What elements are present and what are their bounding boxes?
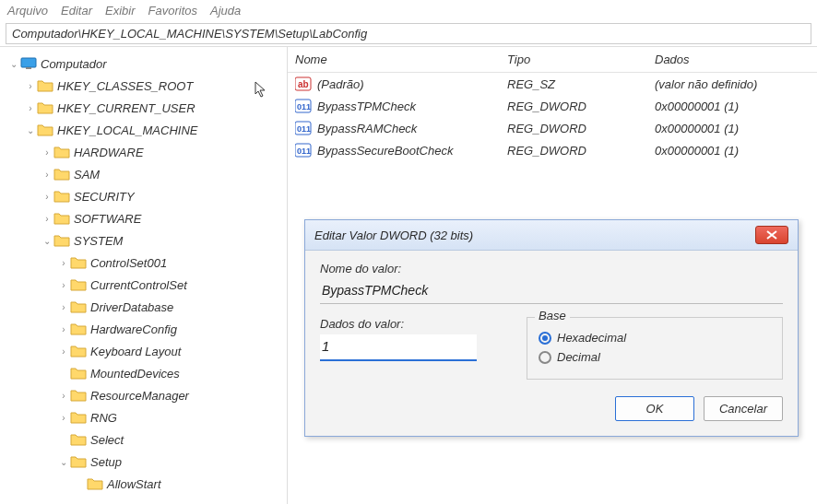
tree-item[interactable]: ›RNG xyxy=(4,406,287,428)
tree-item-label: Select xyxy=(90,433,124,447)
tree-item[interactable]: ›CurrentControlSet xyxy=(4,274,287,296)
base-fieldset: Base Hexadecimal Decimal xyxy=(527,317,783,380)
value-data-label: Dados do valor: xyxy=(320,317,504,331)
folder-icon xyxy=(53,212,70,225)
ok-button[interactable]: OK xyxy=(615,396,694,421)
value-row[interactable]: 011BypassSecureBootCheckREG_DWORD0x00000… xyxy=(288,139,817,161)
tree-item[interactable]: AllowStart xyxy=(4,473,287,495)
value-row[interactable]: ab(Padrão)REG_SZ(valor não definido) xyxy=(288,73,817,95)
close-button[interactable] xyxy=(755,226,788,244)
chevron-right-icon[interactable]: › xyxy=(41,170,53,180)
radio-hexadecimal[interactable]: Hexadecimal xyxy=(539,331,771,345)
tree-item[interactable]: ›HARDWARE xyxy=(4,141,287,163)
tree-item[interactable]: ›SOFTWARE xyxy=(4,207,287,229)
tree-item[interactable]: ›HKEY_CURRENT_USER xyxy=(4,97,287,119)
chevron-right-icon[interactable]: › xyxy=(57,346,70,357)
radio-dec-label: Decimal xyxy=(557,350,600,364)
tree-item-label: HARDWARE xyxy=(74,146,144,159)
chevron-right-icon[interactable]: › xyxy=(24,103,37,113)
chevron-right-icon[interactable]: › xyxy=(41,147,53,158)
folder-icon xyxy=(70,278,87,291)
chevron-down-icon[interactable]: ⌄ xyxy=(41,236,53,246)
value-rows: ab(Padrão)REG_SZ(valor não definido)011B… xyxy=(288,73,817,161)
tree-item-label: Setup xyxy=(90,455,122,469)
dword-value-icon: 011 xyxy=(295,121,312,135)
chevron-right-icon[interactable]: › xyxy=(41,192,53,202)
folder-icon xyxy=(70,256,87,269)
tree-item-label: HKEY_CLASSES_ROOT xyxy=(57,79,193,93)
chevron-right-icon[interactable]: › xyxy=(57,302,70,312)
tree-item[interactable]: ›HardwareConfig xyxy=(4,318,287,340)
menu-editar[interactable]: Editar xyxy=(61,4,92,18)
chevron-down-icon[interactable]: ⌄ xyxy=(7,59,20,69)
column-headers: Nome Tipo Dados xyxy=(288,47,817,73)
svg-text:ab: ab xyxy=(298,79,309,89)
value-type: REG_DWORD xyxy=(507,122,655,135)
folder-icon xyxy=(70,389,87,402)
tree-item[interactable]: ⌄Setup xyxy=(4,451,287,473)
registry-tree[interactable]: ⌄Computador›HKEY_CLASSES_ROOT›HKEY_CURRE… xyxy=(0,47,288,504)
string-value-icon: ab xyxy=(295,76,312,91)
chevron-right-icon[interactable]: › xyxy=(57,280,70,290)
tree-item[interactable]: ›HKEY_CLASSES_ROOT xyxy=(4,75,287,97)
tree-item-label: ResourceManager xyxy=(90,389,189,403)
value-row[interactable]: 011BypassRAMCheckREG_DWORD0x00000001 (1) xyxy=(288,117,817,139)
tree-item[interactable]: MountedDevices xyxy=(4,362,287,384)
chevron-right-icon[interactable]: › xyxy=(57,258,70,268)
col-name[interactable]: Nome xyxy=(295,53,507,66)
col-type[interactable]: Tipo xyxy=(507,53,655,66)
folder-icon xyxy=(53,168,70,181)
value-data-field[interactable] xyxy=(320,334,477,361)
tree-item[interactable]: ⌄SYSTEM xyxy=(4,229,287,252)
chevron-right-icon[interactable]: › xyxy=(57,413,70,423)
tree-item-label: Computador xyxy=(41,57,107,71)
tree-item[interactable]: ›DriverDatabase xyxy=(4,296,287,318)
tree-item[interactable]: ⌄Computador xyxy=(4,53,287,75)
chevron-down-icon[interactable]: ⌄ xyxy=(57,457,70,467)
tree-item-label: SYSTEM xyxy=(74,234,123,248)
svg-rect-0 xyxy=(21,58,36,67)
folder-icon xyxy=(87,477,103,490)
tree-item-label: SOFTWARE xyxy=(74,212,141,226)
value-name: BypassRAMCheck xyxy=(317,122,417,135)
svg-text:011: 011 xyxy=(297,124,311,134)
value-row[interactable]: 011BypassTPMCheckREG_DWORD0x00000001 (1) xyxy=(288,95,817,117)
tree-item-label: SAM xyxy=(74,168,100,182)
tree-item-label: Keyboard Layout xyxy=(90,345,181,358)
tree-item[interactable]: ›SAM xyxy=(4,163,287,185)
tree-item[interactable]: ›ResourceManager xyxy=(4,384,287,406)
menu-arquivo[interactable]: Arquivo xyxy=(7,4,48,18)
dialog-title-text: Editar Valor DWORD (32 bits) xyxy=(314,229,473,242)
menu-favoritos[interactable]: Favoritos xyxy=(148,4,197,18)
radio-hex-label: Hexadecimal xyxy=(557,331,626,345)
tree-item[interactable]: ›ControlSet001 xyxy=(4,252,287,274)
value-data: 0x00000001 (1) xyxy=(655,144,810,158)
value-type: REG_DWORD xyxy=(507,144,655,158)
computer-icon xyxy=(20,57,37,70)
tree-item[interactable]: ⌄HKEY_LOCAL_MACHINE xyxy=(4,119,287,141)
svg-rect-1 xyxy=(26,67,31,69)
menu-exibir[interactable]: Exibir xyxy=(105,4,136,18)
chevron-right-icon[interactable]: › xyxy=(24,81,37,91)
radio-decimal[interactable]: Decimal xyxy=(539,350,771,364)
value-name: BypassTPMCheck xyxy=(317,100,416,113)
tree-item-label: HardwareConfig xyxy=(90,322,177,336)
spacer xyxy=(57,369,70,379)
value-name: (Padrão) xyxy=(317,77,364,91)
dialog-titlebar[interactable]: Editar Valor DWORD (32 bits) xyxy=(305,220,798,251)
chevron-right-icon[interactable]: › xyxy=(41,214,53,224)
chevron-right-icon[interactable]: › xyxy=(57,324,70,334)
menubar: Arquivo Editar Exibir Favoritos Ajuda xyxy=(0,0,817,21)
tree-item[interactable]: ›Keyboard Layout xyxy=(4,340,287,362)
menu-ajuda[interactable]: Ajuda xyxy=(210,4,241,18)
cancel-button[interactable]: Cancelar xyxy=(704,396,783,421)
address-bar[interactable]: Computador\HKEY_LOCAL_MACHINE\SYSTEM\Set… xyxy=(6,23,811,44)
dword-value-icon: 011 xyxy=(295,99,312,113)
col-data[interactable]: Dados xyxy=(655,53,810,66)
tree-item-label: CurrentControlSet xyxy=(90,278,187,292)
chevron-right-icon[interactable]: › xyxy=(57,391,70,401)
tree-item[interactable]: ›SECURITY xyxy=(4,185,287,207)
value-data: (valor não definido) xyxy=(655,77,810,91)
tree-item[interactable]: Select xyxy=(4,428,287,451)
chevron-down-icon[interactable]: ⌄ xyxy=(24,125,37,135)
